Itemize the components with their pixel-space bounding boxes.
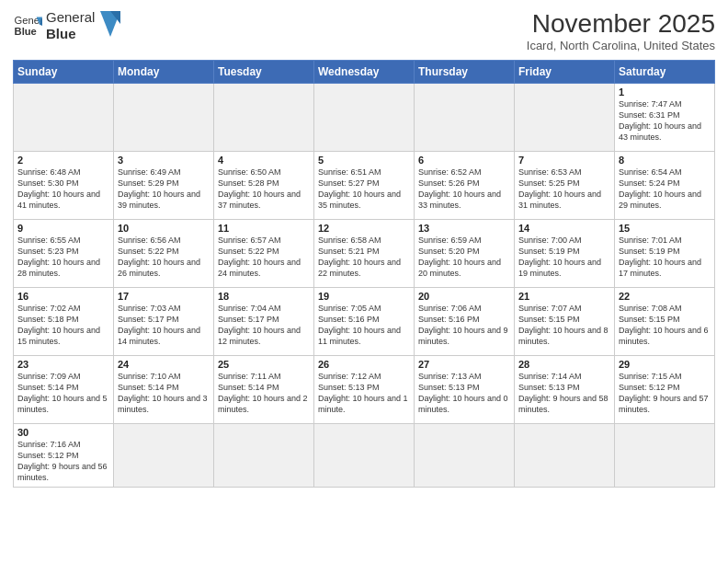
calendar-day-cell: 16Sunrise: 7:02 AM Sunset: 5:18 PM Dayli… (14, 288, 114, 356)
day-info: Sunrise: 7:14 AM Sunset: 5:13 PM Dayligh… (518, 371, 610, 416)
calendar-day-cell: 23Sunrise: 7:09 AM Sunset: 5:14 PM Dayli… (14, 356, 114, 424)
day-info: Sunrise: 6:52 AM Sunset: 5:26 PM Dayligh… (418, 167, 510, 212)
calendar-day-cell: 20Sunrise: 7:06 AM Sunset: 5:16 PM Dayli… (415, 288, 515, 356)
calendar-day-cell: 28Sunrise: 7:14 AM Sunset: 5:13 PM Dayli… (515, 356, 615, 424)
header: General Blue General Blue November 2025 … (13, 9, 715, 52)
calendar-day-cell (314, 424, 415, 488)
day-number: 11 (218, 223, 310, 234)
day-info: Sunrise: 7:11 AM Sunset: 5:14 PM Dayligh… (218, 371, 310, 416)
calendar-week-row: 1Sunrise: 7:47 AM Sunset: 6:31 PM Daylig… (14, 84, 715, 152)
day-info: Sunrise: 7:15 AM Sunset: 5:12 PM Dayligh… (619, 371, 711, 416)
day-number: 20 (418, 291, 510, 302)
day-number: 19 (318, 291, 410, 302)
calendar-week-row: 2Sunrise: 6:48 AM Sunset: 5:30 PM Daylig… (14, 152, 715, 220)
day-info: Sunrise: 7:09 AM Sunset: 5:14 PM Dayligh… (17, 371, 109, 416)
logo-icon: General Blue (13, 11, 42, 40)
logo-triangle-icon (100, 11, 120, 37)
day-number: 5 (318, 155, 410, 166)
location: Icard, North Carolina, United States (527, 39, 715, 52)
day-number: 2 (17, 155, 109, 166)
calendar-day-cell: 6Sunrise: 6:52 AM Sunset: 5:26 PM Daylig… (415, 152, 515, 220)
day-info: Sunrise: 7:04 AM Sunset: 5:17 PM Dayligh… (218, 303, 310, 348)
calendar-day-cell (415, 84, 515, 152)
logo-blue: Blue (46, 26, 95, 42)
weekday-header: Tuesday (214, 61, 314, 84)
day-info: Sunrise: 7:05 AM Sunset: 5:16 PM Dayligh… (318, 303, 410, 348)
day-info: Sunrise: 6:54 AM Sunset: 5:24 PM Dayligh… (619, 167, 711, 212)
day-number: 25 (218, 359, 310, 370)
weekday-header: Saturday (615, 61, 715, 84)
calendar-day-cell: 4Sunrise: 6:50 AM Sunset: 5:28 PM Daylig… (214, 152, 314, 220)
day-info: Sunrise: 6:50 AM Sunset: 5:28 PM Dayligh… (218, 167, 310, 212)
calendar-day-cell: 9Sunrise: 6:55 AM Sunset: 5:23 PM Daylig… (14, 220, 114, 288)
calendar-day-cell: 21Sunrise: 7:07 AM Sunset: 5:15 PM Dayli… (515, 288, 615, 356)
calendar-day-cell: 2Sunrise: 6:48 AM Sunset: 5:30 PM Daylig… (14, 152, 114, 220)
calendar-day-cell: 12Sunrise: 6:58 AM Sunset: 5:21 PM Dayli… (314, 220, 415, 288)
calendar-day-cell: 19Sunrise: 7:05 AM Sunset: 5:16 PM Dayli… (314, 288, 415, 356)
page: General Blue General Blue November 2025 … (0, 0, 728, 563)
svg-text:Blue: Blue (15, 26, 37, 37)
day-number: 9 (17, 223, 109, 234)
calendar-header-row: SundayMondayTuesdayWednesdayThursdayFrid… (14, 61, 715, 84)
day-number: 17 (118, 291, 210, 302)
logo: General Blue General Blue (13, 9, 120, 42)
day-number: 18 (218, 291, 310, 302)
calendar-day-cell (214, 424, 314, 488)
day-number: 15 (619, 223, 711, 234)
calendar-day-cell: 14Sunrise: 7:00 AM Sunset: 5:19 PM Dayli… (515, 220, 615, 288)
calendar-day-cell (515, 84, 615, 152)
day-number: 23 (17, 359, 109, 370)
day-number: 27 (418, 359, 510, 370)
calendar-week-row: 16Sunrise: 7:02 AM Sunset: 5:18 PM Dayli… (14, 288, 715, 356)
day-info: Sunrise: 7:12 AM Sunset: 5:13 PM Dayligh… (318, 371, 410, 416)
calendar-day-cell: 25Sunrise: 7:11 AM Sunset: 5:14 PM Dayli… (214, 356, 314, 424)
calendar-day-cell (14, 84, 114, 152)
day-number: 21 (518, 291, 610, 302)
calendar-day-cell: 5Sunrise: 6:51 AM Sunset: 5:27 PM Daylig… (314, 152, 415, 220)
day-number: 13 (418, 223, 510, 234)
day-info: Sunrise: 7:07 AM Sunset: 5:15 PM Dayligh… (518, 303, 610, 348)
day-number: 30 (17, 427, 109, 438)
logo-general: General (46, 9, 95, 26)
weekday-header: Friday (515, 61, 615, 84)
calendar-day-cell (615, 424, 715, 488)
day-number: 16 (17, 291, 109, 302)
day-info: Sunrise: 6:59 AM Sunset: 5:20 PM Dayligh… (418, 235, 510, 280)
day-number: 8 (619, 155, 711, 166)
calendar-day-cell: 22Sunrise: 7:08 AM Sunset: 5:15 PM Dayli… (615, 288, 715, 356)
day-info: Sunrise: 6:58 AM Sunset: 5:21 PM Dayligh… (318, 235, 410, 280)
weekday-header: Thursday (415, 61, 515, 84)
day-info: Sunrise: 7:16 AM Sunset: 5:12 PM Dayligh… (17, 439, 109, 484)
weekday-header: Wednesday (314, 61, 415, 84)
day-info: Sunrise: 6:49 AM Sunset: 5:29 PM Dayligh… (118, 167, 210, 212)
day-info: Sunrise: 7:03 AM Sunset: 5:17 PM Dayligh… (118, 303, 210, 348)
calendar-day-cell: 8Sunrise: 6:54 AM Sunset: 5:24 PM Daylig… (615, 152, 715, 220)
day-number: 6 (418, 155, 510, 166)
day-number: 1 (619, 86, 711, 98)
calendar-day-cell: 30Sunrise: 7:16 AM Sunset: 5:12 PM Dayli… (14, 424, 114, 488)
calendar-day-cell: 3Sunrise: 6:49 AM Sunset: 5:29 PM Daylig… (114, 152, 214, 220)
day-number: 22 (619, 291, 711, 302)
calendar-day-cell (114, 424, 214, 488)
day-info: Sunrise: 6:56 AM Sunset: 5:22 PM Dayligh… (118, 235, 210, 280)
calendar-day-cell: 11Sunrise: 6:57 AM Sunset: 5:22 PM Dayli… (214, 220, 314, 288)
calendar-day-cell (114, 84, 214, 152)
day-info: Sunrise: 6:51 AM Sunset: 5:27 PM Dayligh… (318, 167, 410, 212)
calendar-day-cell: 7Sunrise: 6:53 AM Sunset: 5:25 PM Daylig… (515, 152, 615, 220)
day-info: Sunrise: 7:08 AM Sunset: 5:15 PM Dayligh… (619, 303, 711, 348)
day-number: 24 (118, 359, 210, 370)
title-block: November 2025 Icard, North Carolina, Uni… (527, 9, 715, 52)
weekday-header: Sunday (14, 61, 114, 84)
calendar-day-cell (314, 84, 415, 152)
day-number: 3 (118, 155, 210, 166)
day-info: Sunrise: 7:00 AM Sunset: 5:19 PM Dayligh… (518, 235, 610, 280)
calendar-day-cell: 15Sunrise: 7:01 AM Sunset: 5:19 PM Dayli… (615, 220, 715, 288)
calendar-day-cell (214, 84, 314, 152)
calendar-day-cell: 27Sunrise: 7:13 AM Sunset: 5:13 PM Dayli… (415, 356, 515, 424)
day-info: Sunrise: 6:53 AM Sunset: 5:25 PM Dayligh… (518, 167, 610, 212)
calendar-day-cell (415, 424, 515, 488)
day-info: Sunrise: 6:55 AM Sunset: 5:23 PM Dayligh… (17, 235, 109, 280)
day-info: Sunrise: 7:13 AM Sunset: 5:13 PM Dayligh… (418, 371, 510, 416)
calendar-week-row: 30Sunrise: 7:16 AM Sunset: 5:12 PM Dayli… (14, 424, 715, 488)
day-number: 26 (318, 359, 410, 370)
